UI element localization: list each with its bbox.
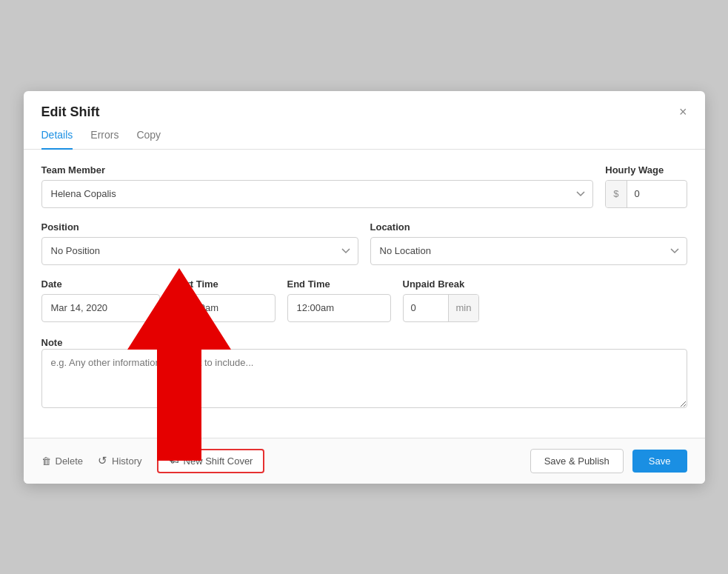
note-label: Note [41,337,63,348]
unpaid-break-label: Unpaid Break [403,278,480,290]
delete-icon: 🗑 [41,455,51,467]
start-time-input[interactable] [172,294,275,322]
hourly-wage-group: Hourly Wage $ [605,164,687,208]
modal-body: Team Member Helena Copalis Hourly Wage $… [24,150,705,438]
team-member-row: Team Member Helena Copalis Hourly Wage $ [41,164,687,208]
position-select[interactable]: No Position [41,237,358,265]
date-input[interactable] [41,294,160,322]
date-label: Date [41,278,160,290]
team-member-label: Team Member [41,164,594,176]
unpaid-break-group: Unpaid Break min [403,278,480,322]
position-group: Position No Position [41,221,358,265]
modal-title: Edit Shift [41,104,100,120]
save-publish-button[interactable]: Save & Publish [530,449,624,473]
wage-currency-prefix: $ [606,181,627,207]
time-fields-row: Date Start Time End Time Unpaid Break mi… [41,278,687,322]
start-time-label: Start Time [172,278,275,290]
delete-label: Delete [56,455,84,467]
new-shift-cover-button[interactable]: New Shift Cover [157,449,265,473]
hourly-wage-input[interactable] [627,182,687,205]
end-time-input[interactable] [287,294,391,322]
save-button[interactable]: Save [632,450,687,473]
tab-bar: Details Errors Copy [24,120,705,150]
hourly-wage-label: Hourly Wage [605,164,687,176]
date-group: Date [41,278,160,322]
tab-errors[interactable]: Errors [90,129,118,150]
megaphone-icon [169,455,179,467]
footer-left-actions: 🗑 Delete ↺ History New Shift Cover [41,449,265,473]
modal-header: Edit Shift × [24,91,705,120]
team-member-group: Team Member Helena Copalis [41,164,594,208]
start-time-group: Start Time [172,278,275,322]
location-group: Location No Location [370,221,687,265]
history-button[interactable]: ↺ History [98,451,141,470]
location-select[interactable]: No Location [370,237,687,265]
note-group: Note [41,336,687,411]
break-suffix: min [448,295,479,321]
position-label: Position [41,221,358,233]
end-time-group: End Time [287,278,391,322]
history-icon: ↺ [98,454,107,467]
end-time-label: End Time [287,278,391,290]
unpaid-break-input[interactable] [404,296,448,319]
modal-footer: 🗑 Delete ↺ History New Shift Cover Save … [24,438,705,484]
new-shift-cover-label: New Shift Cover [184,455,253,467]
team-member-select[interactable]: Helena Copalis [41,180,594,208]
break-input-wrap: min [403,294,480,322]
tab-copy[interactable]: Copy [136,129,161,150]
position-location-row: Position No Position Location No Locatio… [41,221,687,265]
hourly-wage-input-wrap: $ [605,180,687,208]
footer-right-actions: Save & Publish Save [530,449,687,473]
close-button[interactable]: × [679,105,687,119]
delete-button[interactable]: 🗑 Delete [41,453,84,470]
tab-details[interactable]: Details [41,129,73,150]
note-textarea[interactable] [41,349,687,408]
history-label: History [112,455,141,467]
location-label: Location [370,221,687,233]
edit-shift-modal: Edit Shift × Details Errors Copy Team Me… [24,91,705,484]
